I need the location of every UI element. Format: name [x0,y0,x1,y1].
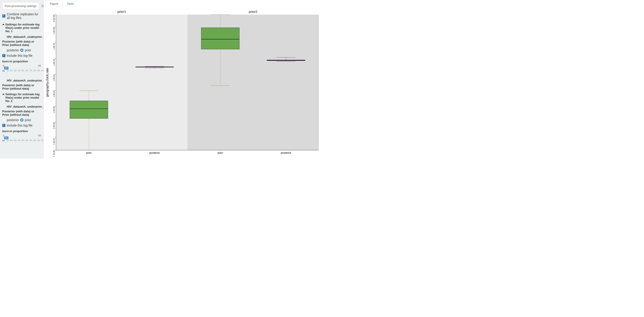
posterior-prior-heading-3: Posterior (with data) or Prior (without … [2,110,42,116]
group-2-file-1-name: HIV_datasetA_underprior_run1.log [7,105,42,108]
chevron-up-icon [2,93,4,95]
prior-radio-label: prior [25,118,31,122]
posterior-radio-g1f1[interactable] [2,49,6,52]
svg-text:1.0e-06: 1.0e-06 [53,122,55,129]
include-label: include this log file [7,54,32,57]
svg-text:1.0e-01: 1.0e-01 [53,43,55,50]
chevron-up-icon [2,24,4,25]
include-row-g1f1: include this log file [2,53,42,58]
tab-figure[interactable]: Figure [46,0,62,8]
svg-text:1.7e-08: 1.7e-08 [53,150,55,157]
combine-replicates-label: Combine replicates for all log files [7,12,42,20]
boxplot-figure: prior1prior21.7e-081.0e-071.0e-061.0e-05… [46,8,320,157]
burnin-heading-g2f1: burn-in proportion [2,129,42,133]
group-1-title: Settings for estimate log file(s) under … [6,23,42,33]
posterior-prior-heading-2: Posterior (with data) or Prior (without … [2,84,42,90]
tab-edit-figure[interactable]: Edit figure or table [39,2,44,10]
svg-text:prior: prior [218,151,223,154]
sidebar-tabset: Post-processing settings Edit figure or … [2,2,42,10]
svg-text:1.0e-04: 1.0e-04 [53,91,55,98]
combine-replicates-checkbox[interactable] [2,15,6,18]
svg-text:prior1: prior1 [118,10,126,14]
svg-rect-0 [56,15,188,150]
plot-area: prior1prior21.7e-081.0e-071.0e-061.0e-05… [46,8,320,157]
svg-text:1.0e+00: 1.0e+00 [53,27,55,35]
prior-radio-g2f1[interactable] [20,118,24,122]
tab-post-processing[interactable]: Post-processing settings [2,2,39,10]
slider-ticks-g2f1: 010203040506070809099 [2,139,42,141]
svg-text:posterior: posterior [281,151,292,154]
sidebar: Post-processing settings Edit figure or … [0,0,44,159]
svg-rect-47 [201,28,239,49]
combine-replicates-row: Combine replicates for all log files [2,12,42,21]
main-tabset: Figure Table [46,0,320,8]
svg-rect-35 [70,101,108,118]
group-1-heading[interactable]: Settings for estimate log file(s) under … [2,23,42,33]
include-checkbox-g1f1[interactable] [2,54,6,57]
svg-text:prior2: prior2 [249,10,258,14]
burnin-slider-g2f1[interactable]: 0 99 10 010203040506070809099 [2,134,42,146]
slider-max-label: 99 [38,64,42,67]
group-1-file-1-name: HIV_datasetA_underprior_run1.log [7,35,42,39]
tab-table[interactable]: Table [62,0,78,8]
group-2-title: Settings for estimate log file(s) under … [6,93,42,103]
posterior-radio-g2f1[interactable] [2,118,6,122]
svg-text:6.0e+00: 6.0e+00 [53,15,55,22]
burnin-heading-g1f1: burn-in proportion [2,60,42,63]
prior-radio-label: prior [25,48,31,52]
radio-row-g1f1: posterior prior [2,48,42,53]
radio-row-g2f1: posterior prior [2,117,42,123]
svg-text:prior: prior [86,151,92,154]
main-panel: Figure Table prior1prior21.7e-081.0e-071… [44,0,322,159]
posterior-prior-heading-1: Posterior (with data) or Prior (without … [2,40,42,47]
svg-text:geography.clock.rate: geography.clock.rate [46,68,49,97]
slider-ticks-g1f1: 010203040506070809099 [2,69,42,72]
svg-text:1.0e-03: 1.0e-03 [53,75,55,82]
include-checkbox-g2f1[interactable] [2,124,6,127]
posterior-radio-label: posterior [7,48,19,52]
svg-text:1.0e-05: 1.0e-05 [53,106,55,113]
burnin-slider-g1f1[interactable]: 0 99 10 010203040506070809099 [2,64,42,77]
posterior-radio-label: posterior [7,118,19,122]
slider-max-label: 99 [38,134,42,137]
prior-radio-g1f1[interactable] [20,49,24,52]
svg-text:1.0e-07: 1.0e-07 [53,138,55,145]
svg-text:posterior: posterior [150,151,160,154]
include-label: include this log file [7,124,32,127]
group-1-file-2-name: HIV_datasetA_underprior_run2.log [7,79,42,82]
group-2-heading[interactable]: Settings for estimate log file(s) under … [2,93,42,103]
include-row-g2f1: include this log file [2,123,42,128]
svg-text:1.0e-02: 1.0e-02 [53,59,55,66]
